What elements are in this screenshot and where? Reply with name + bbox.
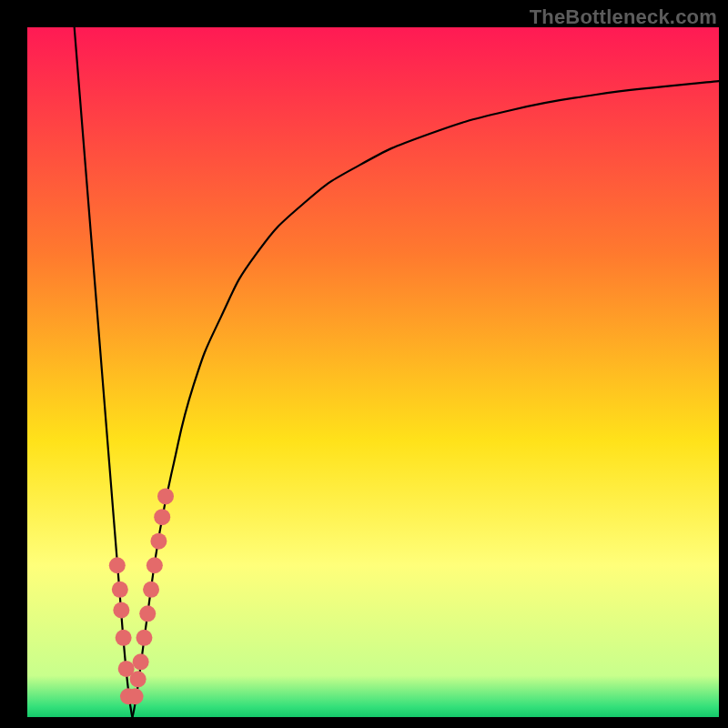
marker-dot [147,557,163,573]
marker-dot [116,630,132,646]
marker-dot [127,688,144,704]
marker-dot [133,653,149,670]
marker-dot [139,605,156,622]
marker-dot [136,630,152,646]
plot-background-gradient [27,27,719,717]
marker-dot [150,533,167,550]
marker-dot [154,509,170,525]
chart-stage: TheBottleneck.com [0,0,728,728]
marker-dot [130,671,147,687]
marker-dot [109,557,126,573]
marker-dot [113,602,129,619]
marker-dot [157,488,174,504]
bottleneck-chart [0,0,728,728]
marker-dot [112,581,128,598]
marker-dot [143,581,159,598]
